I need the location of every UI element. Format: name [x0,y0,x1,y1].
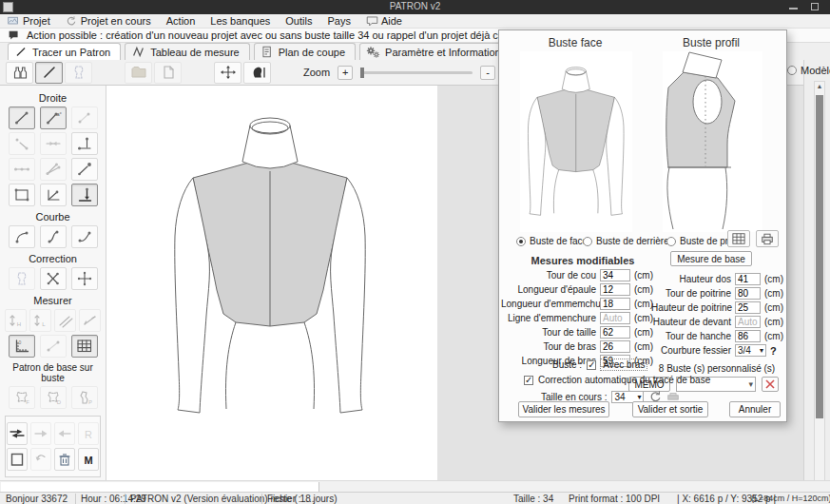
correction-auto-checkbox[interactable] [524,376,533,385]
tab-plan-de-coupe[interactable]: Plan de coupe [254,43,356,60]
tour-de-cou-input[interactable] [600,269,630,281]
longueur-emmanchure-input[interactable] [600,298,630,310]
menu-les-banques[interactable]: Les banques [203,14,278,29]
tool-bustes-pair[interactable] [6,62,33,84]
tool-line-point[interactable] [9,132,35,155]
tour-de-poitrine-input[interactable] [735,287,761,300]
horizontal-scrollbar[interactable] [1,482,319,492]
radio-buste-de-face[interactable]: Buste de face [516,236,588,246]
tool-measure-line[interactable] [40,335,67,358]
tool-curve-s[interactable] [9,225,35,248]
zoom-in-button[interactable]: + [338,66,353,80]
tour-de-taille-input[interactable] [600,326,630,339]
tool-buste-profile-p[interactable]: P [71,386,98,409]
menu-outils[interactable]: Outils [278,14,319,29]
tool-measure-diag2[interactable] [79,309,101,332]
avec-bras-checkbox[interactable] [587,360,596,370]
courbure-fessier-select[interactable]: 3/4▾ [735,344,766,357]
svg-text:M: M [84,455,92,466]
svg-text:P: P [87,399,91,405]
menu-pays[interactable]: Pays [319,14,357,29]
zoom-out-button[interactable]: - [480,66,495,80]
tool-move-points[interactable] [71,267,98,290]
zoom-slider-thumb[interactable] [360,68,364,78]
tool-buste-back-d[interactable]: D [40,386,67,409]
tool-undo[interactable] [30,448,51,471]
menu-action[interactable]: Action [159,14,203,29]
cut-plan-icon [261,46,274,58]
tool-mannequin-dots[interactable] [65,62,92,84]
minimize-button[interactable] [789,8,798,10]
tour-de-bras-input[interactable] [600,340,630,353]
scroll-up-icon[interactable]: ▲ [815,83,824,89]
valider-les-mesures-button[interactable]: Valider les mesures [518,401,609,417]
tool-seg-line-angle[interactable]: a° [40,107,67,129]
section-droite: Droite [0,92,106,104]
dialog-print-button[interactable] [756,230,779,247]
tool-ruler-corner[interactable]: 0 [9,335,35,358]
menu-aide[interactable]: Aide [358,14,410,29]
tool-trash[interactable] [54,448,75,471]
tool-line-drop[interactable] [71,132,98,155]
tool-frame[interactable] [7,448,28,471]
tool-arrow-left[interactable] [54,422,75,445]
scrollbar-thumb[interactable] [816,95,823,418]
tool-measure-h[interactable]: H [5,309,27,332]
hauteur-de-devant-input[interactable] [735,316,761,328]
tab-tracer-un-patron[interactable]: Tracer un Patron [8,43,121,60]
tool-line-hdots[interactable] [9,158,35,181]
tool-line-dot-end[interactable] [71,158,98,181]
tool-curve-c[interactable] [40,225,67,248]
annuler-button[interactable]: Annuler [729,401,781,417]
modele-radio[interactable]: Modèle [787,65,830,76]
tab-tableau-de-mesure[interactable]: Tableau de mesure [125,43,250,60]
tool-swap-arrows[interactable] [7,422,28,445]
mesure-de-base-button[interactable]: Mesure de base [670,251,752,266]
restore-button[interactable] [811,3,819,10]
tab-parametre-et-information[interactable]: Paramètre et Information [359,43,512,60]
tool-line-midarrows[interactable] [40,132,67,155]
dialog-grid-button[interactable] [727,230,750,247]
tool-cross-points[interactable] [40,267,67,290]
tool-move-cross[interactable] [214,62,241,84]
help-question-mark[interactable]: ? [770,345,777,357]
tool-line-branch[interactable] [40,158,67,181]
valider-et-sortie-button[interactable]: Valider et sortie [632,401,708,417]
svg-text:R: R [85,429,92,440]
tool-seg-line[interactable] [9,107,35,129]
menu-bar: Projet Projet en cours Action Les banque… [0,14,830,29]
tool-draw-line[interactable] [35,62,63,84]
tool-head-profile[interactable] [243,62,271,84]
tool-arrow-right[interactable] [30,422,51,445]
tool-curve-flat[interactable] [71,225,98,248]
tool-doc[interactable] [154,62,182,84]
tool-folder[interactable] [125,62,152,84]
tool-corner-arrow[interactable] [71,184,98,206]
delete-buste-button[interactable] [762,377,779,392]
menu-projet-en-cours[interactable]: Projet en cours [58,14,159,29]
horizontal-scroll-strip[interactable] [0,480,830,492]
modele-radio-circle[interactable] [787,66,797,75]
tool-rect-points[interactable] [9,184,35,206]
svg-text:L: L [42,321,46,327]
tool-measure-l[interactable]: L [29,309,51,332]
hauteur-dos-input[interactable] [735,273,761,285]
tool-measure-diag[interactable] [54,309,76,332]
radio-buste-de-derriere[interactable]: Buste de derrière [583,236,669,246]
tool-letter-r[interactable]: R [78,422,99,445]
tool-seg-line-soft[interactable] [71,107,98,129]
hauteur-de-poitrine-input[interactable] [735,301,761,314]
drawing-canvas[interactable] [106,86,437,480]
tool-angle-lines[interactable] [40,184,67,206]
vertical-scrollbar[interactable]: ▲ ▼ [814,81,825,492]
menu-projet[interactable]: Projet [0,14,58,29]
tool-grid-table[interactable] [71,335,98,358]
tool-letter-m[interactable]: M [78,448,99,471]
tour-de-hanche-input[interactable] [735,330,761,342]
tool-mannequin-dots[interactable] [9,267,35,290]
zoom-slider[interactable] [360,71,473,74]
section-correction: Correction [0,253,106,264]
tool-buste-front-f[interactable]: F [9,386,35,409]
ligne-emmanchure-input[interactable] [600,312,630,324]
longueur-epaule-input[interactable] [600,283,630,296]
